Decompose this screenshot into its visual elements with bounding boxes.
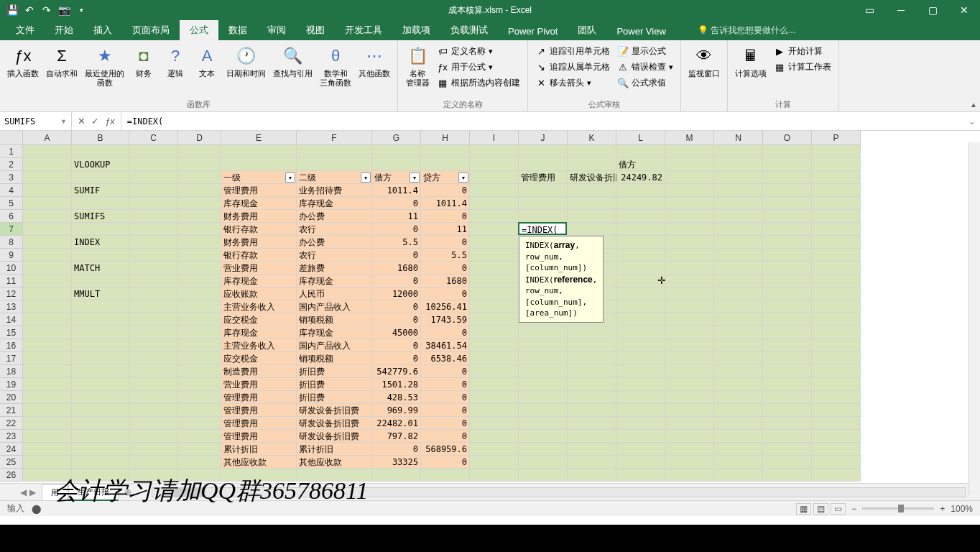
name-manager-button[interactable]: 📋名称 管理器 [402, 43, 433, 91]
cell-H20[interactable]: 0 [421, 391, 470, 404]
cell-F25[interactable]: 其他应收款 [297, 456, 372, 469]
cell-F11[interactable]: 库存现金 [297, 275, 372, 288]
cell-F18[interactable]: 折旧费 [297, 365, 372, 378]
cell-H10[interactable]: 0 [421, 262, 470, 275]
cell-H12[interactable]: 0 [421, 288, 470, 300]
cell-F10[interactable]: 差旅费 [297, 262, 372, 275]
prev-sheet-icon[interactable]: ◀ [20, 487, 27, 497]
create-from-selection-button[interactable]: ▦根据所选内容创建 [434, 75, 523, 91]
cell-E15[interactable]: 库存现金 [221, 326, 297, 339]
spreadsheet-grid[interactable]: ABCDEFGHIJKLMNOP 12345678910111213141516… [0, 131, 980, 483]
col-header-H[interactable]: H [421, 131, 470, 145]
save-icon[interactable]: 💾 [4, 2, 20, 18]
cell-E22[interactable]: 管理费用 [221, 417, 297, 430]
cell-F22[interactable]: 研发设备折旧费 [297, 417, 372, 430]
cell-E17[interactable]: 应交税金 [221, 352, 297, 365]
zoom-slider[interactable] [862, 507, 934, 510]
cell-H5[interactable]: 1011.4 [421, 197, 470, 210]
cell-G20[interactable]: 428.53 [372, 391, 421, 404]
zoom-level[interactable]: 100% [951, 504, 973, 514]
text-button[interactable]: A文本 [192, 43, 222, 89]
row-header-11[interactable]: 11 [0, 275, 23, 288]
cell-J3[interactable]: 管理费用 [519, 171, 568, 184]
financial-button[interactable]: ◘财务 [129, 43, 159, 89]
col-header-J[interactable]: J [519, 131, 568, 145]
row-header-6[interactable]: 6 [0, 210, 23, 223]
cell-H18[interactable]: 0 [421, 365, 470, 378]
row-header-5[interactable]: 5 [0, 197, 23, 210]
cell-H7[interactable]: 11 [421, 223, 470, 236]
cell-L2[interactable]: 借方 [616, 158, 665, 171]
cell-K3[interactable]: 研发设备折旧 [568, 171, 616, 184]
tab-home[interactable]: 开始 [45, 20, 83, 40]
filter-dropdown-E[interactable]: ▾ [285, 172, 295, 183]
cell-B12[interactable]: MMULT [72, 288, 129, 300]
tab-load-test[interactable]: 负载测试 [440, 20, 498, 40]
camera-icon[interactable]: 📷 [56, 2, 72, 18]
cell-E24[interactable]: 累计折旧 [221, 443, 297, 456]
col-header-M[interactable]: M [665, 131, 714, 145]
trace-dependents-button[interactable]: ↘追踪从属单元格 [532, 59, 613, 75]
cell-E12[interactable]: 应收账款 [221, 288, 297, 300]
tab-power-view[interactable]: Power View [606, 22, 675, 40]
close-icon[interactable]: ✕ [948, 0, 980, 20]
cell-E7[interactable]: 银行存款 [221, 223, 297, 236]
cell-E13[interactable]: 主营业务收入 [221, 300, 297, 313]
tab-data[interactable]: 数据 [218, 20, 257, 40]
cell-G11[interactable]: 0 [372, 275, 421, 288]
datetime-button[interactable]: 🕐日期和时间 [223, 43, 269, 89]
row-header-9[interactable]: 9 [0, 249, 23, 262]
row-header-14[interactable]: 14 [0, 313, 23, 326]
formula-input[interactable]: =INDEX( [121, 116, 964, 126]
row-header-18[interactable]: 18 [0, 365, 23, 378]
cell-H25[interactable]: 0 [421, 456, 470, 469]
next-sheet-icon[interactable]: ▶ [29, 487, 36, 497]
cell-H24[interactable]: 568959.6 [421, 443, 470, 456]
cell-F15[interactable]: 库存现金 [297, 326, 372, 339]
ribbon-options-icon[interactable]: ▭ [854, 0, 885, 20]
row-header-12[interactable]: 12 [0, 288, 23, 300]
cell-H17[interactable]: 6538.46 [421, 352, 470, 365]
lookup-button[interactable]: 🔍查找与引用 [270, 43, 315, 89]
calc-now-button[interactable]: ▶开始计算 [771, 43, 834, 59]
collapse-ribbon-icon[interactable]: ▲ [970, 101, 977, 109]
tab-page-layout[interactable]: 页面布局 [122, 20, 180, 40]
cell-F20[interactable]: 折旧费 [297, 391, 372, 404]
col-header-P[interactable]: P [812, 131, 861, 145]
cell-G16[interactable]: 0 [372, 339, 421, 352]
cell-G5[interactable]: 0 [372, 197, 421, 210]
cell-F24[interactable]: 累计折旧 [297, 443, 372, 456]
cell-H21[interactable]: 0 [421, 404, 470, 417]
normal-view-icon[interactable]: ▦ [796, 503, 811, 515]
cell-F19[interactable]: 折旧费 [297, 378, 372, 391]
tab-formulas[interactable]: 公式 [180, 20, 218, 40]
cell-E21[interactable]: 管理费用 [221, 404, 297, 417]
col-header-C[interactable]: C [129, 131, 178, 145]
page-layout-icon[interactable]: ▤ [813, 503, 828, 515]
accept-formula-icon[interactable]: ✓ [91, 116, 99, 126]
horizontal-scrollbar[interactable] [152, 487, 966, 497]
cell-F12[interactable]: 人民币 [297, 288, 372, 300]
evaluate-formula-button[interactable]: 🔍公式求值 [614, 75, 676, 91]
cell-E16[interactable]: 主营业务收入 [221, 339, 297, 352]
error-check-button[interactable]: ⚠错误检查 ▾ [614, 59, 676, 75]
cell-F23[interactable]: 研发设备折旧费 [297, 430, 372, 443]
add-sheet-icon[interactable]: ⊕ [119, 487, 137, 497]
cell-G9[interactable]: 0 [372, 249, 421, 262]
row-header-22[interactable]: 22 [0, 417, 23, 430]
cell-H13[interactable]: 10256.41 [421, 300, 470, 313]
autosum-button[interactable]: Σ自动求和 [43, 43, 80, 89]
select-all-button[interactable] [0, 131, 23, 145]
recent-functions-button[interactable]: ★最近使用的 函数 [82, 43, 127, 89]
cell-B4[interactable]: SUMIF [72, 184, 129, 197]
watch-window-button[interactable]: 👁监视窗口 [685, 43, 723, 80]
cell-G6[interactable]: 11 [372, 210, 421, 223]
cell-G21[interactable]: 969.99 [372, 404, 421, 417]
qat-dropdown-icon[interactable]: ▾ [73, 2, 89, 18]
calc-sheet-button[interactable]: ▦计算工作表 [771, 59, 834, 75]
col-header-I[interactable]: I [470, 131, 519, 145]
row-header-4[interactable]: 4 [0, 184, 23, 197]
tab-view[interactable]: 视图 [296, 20, 335, 40]
filter-dropdown-F[interactable]: ▾ [361, 172, 371, 183]
cell-L3[interactable]: 24249.82 [616, 171, 665, 184]
